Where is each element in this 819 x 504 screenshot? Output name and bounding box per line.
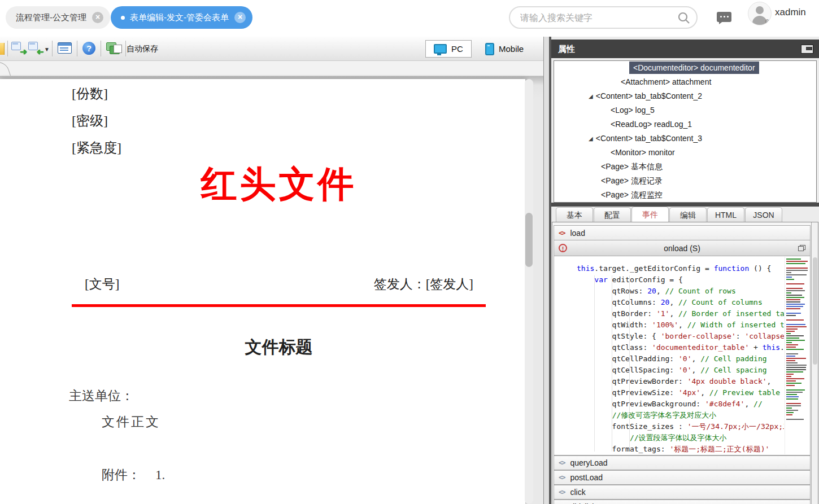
events-scrollbar-thumb[interactable] <box>813 257 817 365</box>
tree-node-log_5[interactable]: <Log> log_5 <box>554 103 816 117</box>
field-doc-number[interactable]: [文号] <box>85 275 119 293</box>
search-input[interactable] <box>519 9 674 27</box>
canvas-tab-curve <box>0 62 14 76</box>
close-icon[interactable]: × <box>92 12 103 23</box>
phone-icon <box>485 43 494 55</box>
code-editor[interactable]: this.target._getEditorConfig = function … <box>554 256 811 455</box>
field-copies[interactable]: [份数] <box>72 85 108 103</box>
app-window: 流程管理-公文管理 × 表单编辑-发文-管委会表单 × ⚙ xadmin ➜ ➜ <box>0 0 819 504</box>
designer-toolbar: ➜ ➜ ▼ ? 自动保存 PC Mobile <box>0 37 543 61</box>
form-properties-icon[interactable] <box>58 42 72 54</box>
panel-splitter[interactable] <box>543 37 551 504</box>
search-box[interactable] <box>509 6 698 29</box>
component-tree: <Documenteditor> documenteditor<Attachme… <box>554 60 817 203</box>
avatar[interactable]: ⚙ <box>748 2 772 25</box>
tree-node-label: <Log> log_5 <box>611 106 655 115</box>
code-icon: <> <box>559 459 564 467</box>
panel-toggle-icon[interactable] <box>801 45 813 54</box>
tree-node-label: <ReadLog> readLog_1 <box>611 120 692 129</box>
panel-tab-配置[interactable]: 配置 <box>594 207 631 222</box>
onload-editor-title: onload (S) <box>554 240 810 256</box>
field-doc-title[interactable]: 文件标题 <box>72 336 486 359</box>
event-label: click <box>570 488 585 497</box>
issuer-value[interactable]: [签发人] <box>426 277 473 291</box>
restore-window-icon[interactable] <box>798 245 805 251</box>
field-secrecy[interactable]: [密级] <box>72 112 108 130</box>
tree-node-流程记录[interactable]: <Page> 流程记录 <box>554 174 816 188</box>
field-main-to[interactable]: 主送单位： <box>69 387 134 405</box>
top-header: 流程管理-公文管理 × 表单编辑-发文-管委会表单 × ⚙ xadmin <box>0 0 819 37</box>
red-divider-line <box>72 304 486 307</box>
autosave-checkbox[interactable] <box>114 45 122 53</box>
pc-view-button[interactable]: PC <box>425 40 472 58</box>
panel-title: 属性 <box>551 40 819 58</box>
panel-tab-编辑[interactable]: 编辑 <box>669 207 707 222</box>
gear-icon: ⚙ <box>764 19 770 25</box>
attachment-item[interactable]: 1. <box>155 468 165 482</box>
expander-icon[interactable]: ◢ <box>589 89 593 103</box>
canvas-tab-strip <box>0 61 543 76</box>
tree-node-tab_tab$Content_2[interactable]: ◢<Content> tab_tab$Content_2 <box>554 89 816 103</box>
tree-node-流程监控[interactable]: <Page> 流程监控 <box>554 188 816 202</box>
tree-splitter[interactable] <box>551 203 819 207</box>
field-body[interactable]: 文件正文 <box>102 413 160 431</box>
search-icon[interactable] <box>677 11 691 25</box>
event-row-click[interactable]: <>click <box>554 485 811 499</box>
tree-node-label: <Attachment> attachment <box>621 77 711 86</box>
nav-tab-form-edit[interactable]: 表单编辑-发文-管委会表单 × <box>111 6 252 29</box>
tree-node-label: <Page> 基本信息 <box>601 162 663 171</box>
avatar-head <box>756 6 764 14</box>
username[interactable]: xadmin <box>775 7 806 18</box>
message-icon[interactable] <box>717 12 731 22</box>
field-issuer[interactable]: 签发人：[签发人] <box>374 275 473 293</box>
nav-tab-label: 表单编辑-发文-管委会表单 <box>130 12 229 23</box>
tree-node-readLog_1[interactable]: <ReadLog> readLog_1 <box>554 117 816 132</box>
code-minimap[interactable] <box>785 257 809 454</box>
events-scrollbar[interactable] <box>811 222 818 504</box>
event-row-dblclick[interactable]: <>dblclick <box>554 499 811 504</box>
panel-tab-HTML[interactable]: HTML <box>707 207 744 222</box>
tree-node-label: <Content> tab_tab$Content_2 <box>596 91 702 100</box>
nav-tab-process-management[interactable]: 流程管理-公文管理 × <box>6 6 110 29</box>
panel-tabs: 基本配置事件编辑HTMLJSON <box>551 207 819 222</box>
tree-node-attachment[interactable]: <Attachment> attachment <box>554 75 816 89</box>
dropdown-caret-icon[interactable]: ▼ <box>44 46 50 52</box>
import-icon[interactable]: ➜ <box>28 42 43 55</box>
onload-editor-header: ! onload (S) <box>554 240 811 256</box>
clipped-save-icon[interactable] <box>0 43 5 55</box>
field-urgency[interactable]: [紧急度] <box>72 139 121 157</box>
event-row-load[interactable]: <> load <box>554 225 811 240</box>
close-icon[interactable]: × <box>234 12 246 23</box>
expander-icon[interactable]: ◢ <box>589 132 593 146</box>
tree-node-基本信息[interactable]: <Page> 基本信息 <box>554 160 816 174</box>
panel-tab-事件[interactable]: 事件 <box>631 207 669 222</box>
tree-node-label: <Documenteditor> documenteditor <box>629 62 759 74</box>
mobile-view-button[interactable]: Mobile <box>477 40 532 58</box>
attachment-label: 附件： <box>102 468 141 482</box>
page-scrollbar[interactable] <box>525 79 533 504</box>
event-row-queryLoad[interactable]: <>queryLoad <box>554 455 811 470</box>
page-scrollbar-thumb[interactable] <box>525 213 533 267</box>
tree-node-monitor[interactable]: <Monitor> monitor <box>554 146 816 160</box>
panel-tab-JSON[interactable]: JSON <box>745 207 782 222</box>
tree-node-documenteditor[interactable]: <Documenteditor> documenteditor <box>554 61 816 75</box>
form-canvas: [份数] [密级] [紧急度] 红头文件 [文号] 签发人：[签发人] 文件标题… <box>0 76 543 504</box>
help-icon[interactable]: ? <box>82 42 95 55</box>
tree-node-tab_tab$Content_3[interactable]: ◢<Content> tab_tab$Content_3 <box>554 132 816 146</box>
tree-node-label: <Page> 流程监控 <box>601 190 663 199</box>
panel-title-text: 属性 <box>558 44 575 54</box>
red-header-title[interactable]: 红头文件 <box>72 161 486 208</box>
issuer-label: 签发人： <box>374 277 426 291</box>
code-icon: <> <box>559 474 564 481</box>
export-icon[interactable]: ➜ <box>11 42 26 55</box>
field-attachment[interactable]: 附件：1. <box>102 466 165 484</box>
code-icon: <> <box>559 229 564 237</box>
document-page[interactable]: [份数] [密级] [紧急度] 红头文件 [文号] 签发人：[签发人] 文件标题… <box>0 79 525 504</box>
panel-tab-基本[interactable]: 基本 <box>556 207 593 222</box>
tree-node-label: <Page> 流程记录 <box>601 176 663 185</box>
event-row-postLoad[interactable]: <>postLoad <box>554 470 811 485</box>
nav-tab-label: 流程管理-公文管理 <box>16 12 86 23</box>
document-content: [份数] [密级] [紧急度] 红头文件 [文号] 签发人：[签发人] 文件标题… <box>0 79 525 504</box>
message-dots <box>720 16 722 17</box>
code-text[interactable]: this.target._getEditorConfig = function … <box>554 256 784 455</box>
